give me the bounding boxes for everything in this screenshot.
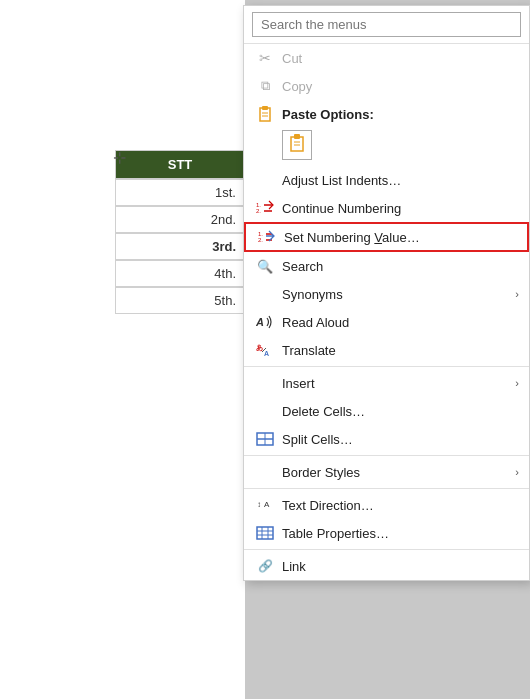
search-box-container (244, 6, 529, 44)
menu-divider-4 (244, 549, 529, 550)
menu-item-synonyms-label: Synonyms (282, 287, 515, 302)
copy-icon: ⧉ (254, 78, 276, 94)
svg-text:2.: 2. (256, 208, 261, 214)
menu-item-read-aloud-label: Read Aloud (282, 315, 519, 330)
menu-item-insert[interactable]: Insert › (244, 369, 529, 397)
menu-item-link-label: Link (282, 559, 519, 574)
continue-numbering-icon: 1. 2. (254, 200, 276, 216)
menu-divider-1 (244, 366, 529, 367)
table-row: 1st. (115, 179, 245, 206)
submenu-arrow-synonyms: › (515, 288, 519, 300)
svg-text:A: A (264, 500, 270, 509)
menu-item-text-direction[interactable]: ↕ A Text Direction… (244, 491, 529, 519)
menu-item-delete-cells[interactable]: Delete Cells… (244, 397, 529, 425)
submenu-arrow-insert: › (515, 377, 519, 389)
table-row: 5th. (115, 287, 245, 314)
menu-item-translate-label: Translate (282, 343, 519, 358)
menu-item-border-styles-label: Border Styles (282, 465, 515, 480)
menu-item-copy[interactable]: ⧉ Copy (244, 72, 529, 100)
menu-item-text-direction-label: Text Direction… (282, 498, 519, 513)
svg-rect-1 (262, 106, 268, 110)
read-aloud-icon: A (254, 314, 276, 330)
menu-item-table-properties[interactable]: Table Properties… (244, 519, 529, 547)
menu-item-search[interactable]: 🔍 Search (244, 252, 529, 280)
menu-item-table-properties-label: Table Properties… (282, 526, 519, 541)
paste-icon-row (244, 128, 529, 166)
menu-item-paste-options-label: Paste Options: (282, 107, 519, 122)
menu-item-copy-label: Copy (282, 79, 519, 94)
move-cursor-icon: ⊹ (113, 148, 126, 167)
menu-item-set-numbering-label: Set Numbering Value… (284, 230, 517, 245)
menu-item-adjust-list-label: Adjust List Indents… (282, 173, 519, 188)
table-row: 3rd. (115, 233, 245, 260)
menu-item-continue-numbering-label: Continue Numbering (282, 201, 519, 216)
link-icon: 🔗 (254, 559, 276, 573)
menu-item-split-cells[interactable]: Split Cells… (244, 425, 529, 453)
svg-text:A: A (264, 350, 269, 357)
menu-item-link[interactable]: 🔗 Link (244, 552, 529, 580)
menu-item-cut-label: Cut (282, 51, 519, 66)
svg-rect-4 (291, 137, 303, 151)
menu-item-translate[interactable]: あ A Translate (244, 336, 529, 364)
menu-item-continue-numbering[interactable]: 1. 2. Continue Numbering (244, 194, 529, 222)
svg-rect-5 (294, 134, 300, 139)
svg-text:あ: あ (256, 344, 263, 352)
menu-item-insert-label: Insert (282, 376, 515, 391)
search-icon: 🔍 (254, 259, 276, 274)
svg-text:2.: 2. (258, 237, 263, 243)
svg-rect-24 (257, 527, 273, 539)
paste-option-icon[interactable] (282, 130, 312, 160)
table-header: STT (115, 150, 245, 179)
text-direction-icon: ↕ A (254, 497, 276, 513)
set-numbering-icon: 1. 2. (256, 229, 278, 245)
menu-item-search-label: Search (282, 259, 519, 274)
menu-item-cut[interactable]: ✂ Cut (244, 44, 529, 72)
table-row: 4th. (115, 260, 245, 287)
search-input[interactable] (252, 12, 521, 37)
context-menu: ✂ Cut ⧉ Copy Paste Options: (243, 5, 530, 581)
paste-icon (254, 105, 276, 123)
menu-item-paste-options[interactable]: Paste Options: (244, 100, 529, 128)
spreadsheet-background (0, 0, 245, 699)
menu-item-synonyms[interactable]: Synonyms › (244, 280, 529, 308)
svg-text:↕: ↕ (257, 500, 261, 509)
menu-item-border-styles[interactable]: Border Styles › (244, 458, 529, 486)
menu-item-set-numbering[interactable]: 1. 2. Set Numbering Value… (244, 222, 529, 252)
menu-item-read-aloud[interactable]: A Read Aloud (244, 308, 529, 336)
table-row: 2nd. (115, 206, 245, 233)
spreadsheet-table: STT 1st. 2nd. 3rd. 4th. 5th. (115, 150, 245, 314)
submenu-arrow-border: › (515, 466, 519, 478)
table-properties-icon (254, 525, 276, 541)
menu-divider-3 (244, 488, 529, 489)
menu-item-delete-cells-label: Delete Cells… (282, 404, 519, 419)
split-cells-icon (254, 431, 276, 447)
translate-icon: あ A (254, 342, 276, 358)
svg-text:A: A (256, 316, 264, 328)
menu-item-split-cells-label: Split Cells… (282, 432, 519, 447)
scissors-icon: ✂ (254, 50, 276, 66)
menu-item-adjust-list[interactable]: Adjust List Indents… (244, 166, 529, 194)
menu-divider-2 (244, 455, 529, 456)
